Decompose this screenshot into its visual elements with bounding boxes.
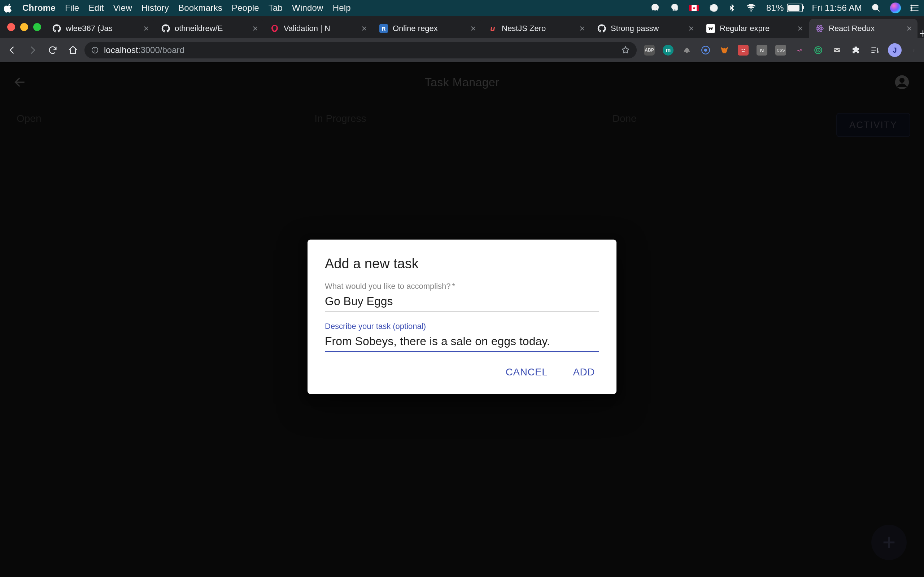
svg-point-4 (911, 7, 912, 8)
adblock-extension-icon[interactable]: ABP (644, 45, 655, 56)
menu-people[interactable]: People (232, 3, 259, 13)
svg-point-3 (911, 5, 912, 6)
wifi-icon[interactable] (745, 3, 757, 13)
chrome-menu-icon[interactable] (909, 45, 921, 56)
extension-icon[interactable] (700, 45, 711, 56)
battery-icon (787, 3, 803, 12)
svg-point-19 (817, 49, 819, 50)
add-button[interactable]: ADD (569, 363, 599, 382)
browser-tab[interactable]: wlee367 (Jas (46, 19, 155, 38)
menu-window[interactable]: Window (292, 3, 323, 13)
browser-tab-active[interactable]: React Redux (809, 19, 918, 38)
browser-tab[interactable]: R Online regex (373, 19, 481, 38)
window-minimize-icon[interactable] (20, 23, 28, 31)
extension-icon[interactable] (682, 45, 692, 56)
svg-point-9 (819, 28, 821, 29)
regex-site-icon: R (379, 24, 388, 33)
time-machine-icon[interactable] (709, 3, 719, 13)
menu-tab[interactable]: Tab (268, 3, 283, 13)
browser-tab[interactable]: othneildrew/E (155, 19, 263, 38)
tab-close-icon[interactable] (906, 25, 913, 32)
apple-logo-icon[interactable] (3, 3, 13, 13)
macos-menubar: Chrome File Edit View History Bookmarks … (0, 0, 924, 16)
window-close-icon[interactable] (7, 23, 15, 31)
extension-icon[interactable]: m (663, 45, 674, 56)
tab-title: othneildrew/E (175, 24, 247, 33)
extension-icon[interactable]: CSS (775, 45, 786, 56)
dialog-title: Add a new task (325, 256, 599, 272)
tab-close-icon[interactable] (143, 25, 150, 32)
site-info-icon[interactable] (91, 46, 99, 54)
notification-center-icon[interactable] (910, 3, 921, 13)
menu-bookmarks[interactable]: Bookmarks (178, 3, 222, 13)
menu-file[interactable]: File (65, 3, 79, 13)
url-text: localhost:3000/board (104, 45, 184, 55)
url-host: localhost (104, 45, 138, 55)
menu-history[interactable]: History (142, 3, 169, 13)
bluetooth-icon[interactable] (728, 3, 736, 13)
svg-point-1 (750, 10, 752, 11)
url-path: :3000/board (138, 45, 184, 55)
avatar-initial: J (893, 46, 897, 55)
battery-status[interactable]: 81% (766, 3, 803, 13)
task-description-field: Describe your task (optional) (325, 322, 599, 352)
browser-tab[interactable]: u NestJS Zero (482, 19, 591, 38)
siri-icon[interactable] (890, 3, 901, 13)
tab-close-icon[interactable] (579, 25, 586, 32)
svg-point-16 (744, 49, 745, 50)
tab-title: Validation | N (284, 24, 357, 33)
menu-help[interactable]: Help (333, 3, 351, 13)
address-bar[interactable]: localhost:3000/board (84, 42, 637, 58)
extension-icon[interactable] (794, 45, 805, 56)
tab-close-icon[interactable] (688, 25, 695, 32)
browser-tab[interactable]: W Regular expre (700, 19, 809, 38)
task-title-label-text: What would you like to accomplish? (325, 282, 451, 291)
new-tab-button[interactable] (918, 29, 924, 38)
svg-rect-12 (95, 50, 95, 52)
nav-reload-button[interactable] (44, 42, 61, 59)
nav-forward-button[interactable] (24, 42, 41, 59)
postgres-menulet-icon[interactable] (650, 3, 660, 13)
required-asterisk: * (452, 282, 456, 291)
tab-close-icon[interactable] (470, 25, 477, 32)
chrome-profile-avatar[interactable]: J (888, 43, 901, 57)
nav-back-button[interactable] (3, 42, 21, 59)
svg-point-21 (914, 49, 914, 50)
nestjs-icon (270, 24, 279, 33)
bookmark-star-icon[interactable] (621, 45, 630, 55)
battery-percent: 81% (766, 3, 784, 13)
tab-close-icon[interactable] (797, 25, 804, 32)
svg-point-22 (914, 50, 914, 50)
extension-icon[interactable] (832, 45, 842, 56)
menubar-clock[interactable]: Fri 11:56 AM (812, 3, 862, 13)
task-description-input[interactable] (325, 333, 599, 352)
extension-icon[interactable] (813, 45, 824, 56)
menu-view[interactable]: View (113, 3, 132, 13)
metamask-extension-icon[interactable] (719, 45, 730, 56)
tab-close-icon[interactable] (361, 25, 368, 32)
tab-title: Strong passw (611, 24, 683, 33)
menu-edit[interactable]: Edit (89, 3, 103, 13)
browser-tab[interactable]: Strong passw (591, 19, 699, 38)
window-controls (3, 16, 46, 38)
spotlight-search-icon[interactable] (871, 3, 881, 13)
cancel-button[interactable]: CANCEL (501, 363, 552, 382)
browser-tab[interactable]: Validation | N (264, 19, 373, 38)
extensions-menu-icon[interactable] (850, 45, 861, 56)
menubar-app-name[interactable]: Chrome (23, 3, 56, 13)
task-title-input[interactable] (325, 293, 599, 311)
svg-rect-20 (834, 48, 840, 52)
add-task-dialog: Add a new task What would you like to ac… (307, 239, 617, 394)
tab-title: Regular expre (720, 24, 793, 33)
extension-icon[interactable]: N (756, 45, 767, 56)
tab-title: React Redux (829, 24, 901, 33)
reading-list-icon[interactable] (869, 45, 880, 56)
input-source-canada-icon[interactable] (689, 5, 699, 11)
window-zoom-icon[interactable] (33, 23, 41, 31)
elephant-menulet-icon[interactable] (670, 3, 680, 13)
tab-close-icon[interactable] (252, 25, 259, 32)
extension-icon[interactable] (738, 45, 749, 56)
chrome-window: wlee367 (Jas othneildrew/E Validation | … (0, 16, 924, 62)
nav-home-button[interactable] (64, 42, 82, 59)
task-title-label: What would you like to accomplish? * (325, 282, 599, 291)
